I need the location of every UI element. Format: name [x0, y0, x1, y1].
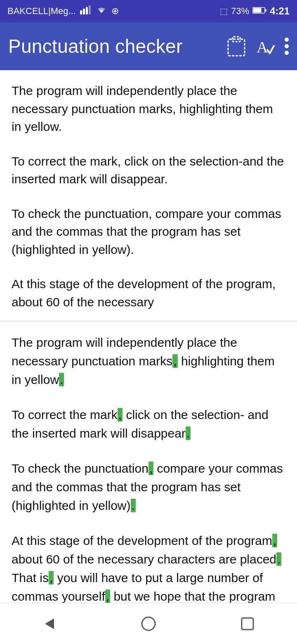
p1-highlight-1[interactable]: , — [172, 354, 177, 368]
p4-highlight-2[interactable]: . — [276, 552, 281, 566]
navigation-bar — [0, 603, 297, 644]
p2-highlight-2[interactable]: . — [186, 426, 191, 440]
svg-point-11 — [285, 44, 289, 48]
p4-text-before: At this stage of the development of the … — [12, 534, 272, 547]
wifi-icon — [96, 5, 107, 17]
app-bar: Punctuation checker A — [0, 22, 297, 70]
processed-section: The program will independently place the… — [0, 322, 297, 636]
desc-para-3: To check the punctuation, compare your c… — [12, 205, 285, 259]
p3-highlight-2[interactable]: . — [131, 499, 136, 512]
svg-rect-2 — [86, 7, 88, 14]
status-bar: BAKCELL|Meg... ⊕ ⬚ 73% — [0, 0, 297, 22]
p4-highlight-3[interactable]: , — [49, 571, 54, 585]
svg-rect-0 — [80, 10, 82, 14]
battery-icon — [252, 6, 266, 17]
signal-icon — [80, 5, 92, 17]
p2-text-before: To correct the mark — [12, 408, 118, 421]
sim-icon: ⬚ — [220, 6, 228, 16]
status-right: ⬚ 73% 4:21 — [220, 5, 290, 17]
time-text: 4:21 — [270, 5, 290, 17]
p4-text-mid2: That is — [12, 571, 49, 585]
p3-highlight-1[interactable]: , — [148, 462, 153, 475]
description-section: The program will independently place the… — [0, 70, 297, 319]
svg-point-10 — [285, 38, 289, 42]
carrier-text: BAKCELL|Meg... — [7, 6, 76, 17]
p4-highlight-1[interactable]: , — [272, 534, 277, 547]
svg-point-12 — [285, 51, 289, 55]
svg-rect-5 — [253, 8, 261, 13]
processed-para-1: The program will independently place the… — [12, 333, 285, 389]
main-content: The program will independently place the… — [0, 70, 297, 636]
svg-text:A: A — [257, 38, 268, 56]
p1-highlight-2[interactable]: . — [59, 373, 64, 386]
svg-rect-3 — [89, 5, 91, 14]
more-options-button[interactable] — [285, 37, 289, 55]
spell-check-button[interactable]: A — [256, 37, 275, 56]
status-left: BAKCELL|Meg... ⊕ — [7, 5, 119, 17]
recents-button[interactable] — [233, 609, 262, 638]
battery-text: 73% — [231, 6, 249, 17]
clipboard-button[interactable] — [227, 36, 246, 57]
app-title: Punctuation checker — [8, 35, 220, 57]
processed-para-2: To correct the mark, click on the select… — [12, 405, 285, 443]
p3-text-before: To check the punctuation — [12, 462, 148, 475]
desc-para-2: To correct the mark, click on the select… — [12, 152, 285, 188]
desc-para-4: At this stage of the development of the … — [12, 275, 285, 311]
desc-para-1: The program will independently place the… — [12, 82, 285, 136]
svg-rect-1 — [83, 9, 85, 14]
p4-highlight-4[interactable]: , — [105, 590, 110, 603]
p2-highlight-1[interactable]: , — [118, 408, 123, 421]
home-button[interactable] — [134, 609, 163, 638]
usb-icon: ⊕ — [111, 6, 119, 17]
svg-rect-6 — [265, 9, 266, 12]
processed-para-3: To check the punctuation, compare your c… — [12, 459, 285, 515]
svg-point-14 — [142, 617, 155, 630]
svg-rect-15 — [242, 618, 253, 630]
p4-text-mid: about 60 of the necessary characters are… — [12, 552, 276, 566]
svg-marker-13 — [45, 618, 54, 629]
back-button[interactable] — [35, 609, 64, 638]
app-bar-icons: A — [227, 36, 289, 57]
